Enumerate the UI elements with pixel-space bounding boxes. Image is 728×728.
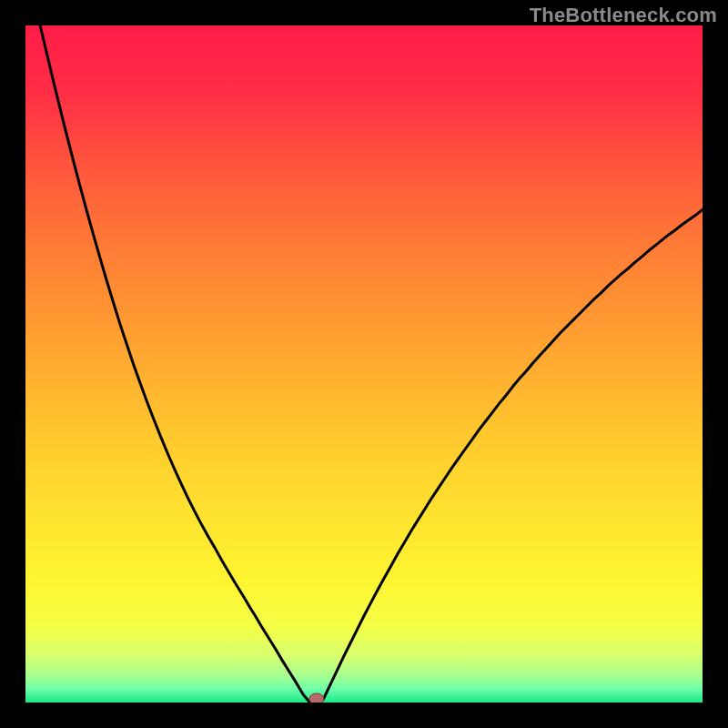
- bottleneck-chart-svg: [25, 25, 703, 703]
- plot-area: [25, 25, 703, 703]
- chart-frame: { "watermark": "TheBottleneck.com", "cha…: [0, 0, 728, 728]
- watermark-text: TheBottleneck.com: [530, 4, 717, 27]
- minimum-marker: [309, 693, 324, 703]
- background-gradient: [25, 25, 703, 703]
